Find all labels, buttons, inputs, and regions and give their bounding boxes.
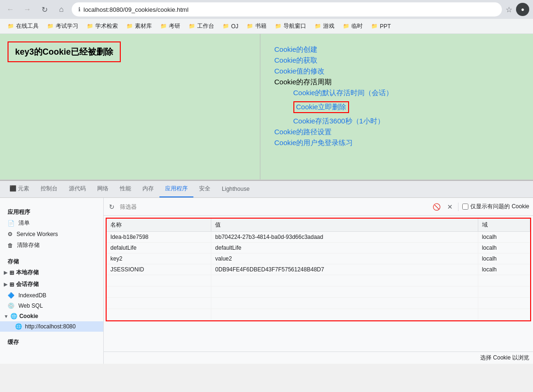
devtools-tab-[interactable]: 安全 xyxy=(193,181,216,197)
devtools-tab-[interactable]: 应用程序 xyxy=(159,181,193,197)
devtools-tab-[interactable]: 网络 xyxy=(92,181,114,197)
chevron-icon: ▼ xyxy=(4,314,8,319)
table-row-empty xyxy=(107,298,530,309)
local-storage-header[interactable]: ▶ ⊞ 本地存储 xyxy=(0,267,103,278)
sidebar-item-manifest[interactable]: 📄 清单 xyxy=(0,217,103,229)
bookmark-item[interactable]: 📁游戏 xyxy=(311,21,338,32)
bookmark-item[interactable]: 📁素材库 xyxy=(123,21,156,32)
manifest-icon: 📄 xyxy=(8,220,15,227)
column-header-value: 值 xyxy=(211,219,478,232)
nav-section-title: Cookie的存活周期 xyxy=(275,78,519,87)
cookie-value-cell: 0DB94FE4F6DBED43F7F57561248B48D7 xyxy=(211,264,478,275)
chevron-icon: ▶ xyxy=(4,270,8,275)
devtools-main-panel: ↻ 🚫 ✕ 仅显示有问题的 Cookie 名称 xyxy=(104,198,533,364)
session-storage-icon: ⊞ xyxy=(9,281,14,288)
cookie-domain-cell: localh xyxy=(478,232,530,243)
bookmark-folder-icon: 📁 xyxy=(189,23,195,29)
devtools-sidebar: 应用程序 📄 清单 ⚙ Service Workers 🗑 清除存储 存储 ▶ xyxy=(0,198,104,364)
forward-button[interactable]: → xyxy=(21,3,34,16)
bookmark-item[interactable]: 📁临时 xyxy=(339,21,366,32)
filter-input[interactable] xyxy=(120,204,427,210)
devtools-tab-Lighthouse[interactable]: Lighthouse xyxy=(216,182,255,197)
clear-storage-icon: 🗑 xyxy=(8,242,13,249)
status-bar: 选择 Cookie 以浏览 xyxy=(104,351,533,364)
nav-link[interactable]: Cookie存活3600秒（1小时） xyxy=(293,117,519,126)
bookmark-folder-icon: 📁 xyxy=(160,23,167,29)
bookmark-item[interactable]: 📁导航窗口 xyxy=(271,21,310,32)
bookmark-item[interactable]: 📁考试学习 xyxy=(43,21,82,32)
refresh-button[interactable]: ↻ xyxy=(38,3,51,16)
table-row[interactable]: JSESSIONID 0DB94FE4F6DBED43F7F57561248B4… xyxy=(107,264,530,275)
bookmark-folder-icon: 📁 xyxy=(343,23,350,29)
bookmark-folder-icon: 📁 xyxy=(126,23,133,29)
indexeddb-icon: 🔷 xyxy=(8,292,15,299)
devtools-panel: ⬛ 元素控制台源代码网络性能内存应用程序安全Lighthouse 应用程序 📄 … xyxy=(0,180,533,364)
bookmark-item[interactable]: 📁学术检索 xyxy=(83,21,122,32)
bookmark-folder-icon: 📁 xyxy=(371,23,378,29)
bookmark-folder-icon: 📁 xyxy=(315,23,321,29)
nav-link[interactable]: Cookie的路径设置 xyxy=(275,128,519,137)
show-issues-checkbox[interactable] xyxy=(462,204,468,210)
bookmark-folder-icon: 📁 xyxy=(87,23,93,29)
session-storage-header[interactable]: ▶ ⊞ 会话存储 xyxy=(0,278,103,290)
cookie-table-wrapper: 名称 值 域 Idea-b18e7598 bb704224-27b3-4814-… xyxy=(106,218,531,321)
cache-section: 缓存 xyxy=(0,335,103,347)
bookmark-item[interactable]: 📁在线工具 xyxy=(4,21,42,32)
sidebar-item-clear-storage[interactable]: 🗑 清除存储 xyxy=(0,239,103,251)
devtools-tab-[interactable]: 控制台 xyxy=(35,181,63,197)
bookmark-star-button[interactable]: ☆ xyxy=(506,5,512,14)
webpage-left-panel: key3的Cookie已经被删除 xyxy=(0,34,260,180)
refresh-cookies-button[interactable]: ↻ xyxy=(108,202,116,212)
cookie-domain-cell: localh xyxy=(478,253,530,264)
sidebar-item-service-workers[interactable]: ⚙ Service Workers xyxy=(0,229,103,239)
nav-link-highlighted[interactable]: Cookie立即删除 xyxy=(293,101,350,113)
cookie-name-cell: JSESSIONID xyxy=(107,264,211,275)
cookie-value-cell: value2 xyxy=(211,253,478,264)
bookmark-folder-icon: 📁 xyxy=(47,23,54,29)
block-cookies-button[interactable]: 🚫 xyxy=(431,202,442,212)
devtools-tab-[interactable]: 性能 xyxy=(114,181,137,197)
sidebar-item-websql[interactable]: 💿 Web SQL xyxy=(0,301,103,311)
bookmark-folder-icon: 📁 xyxy=(8,23,14,29)
devtools-tab-[interactable]: ⬛ 元素 xyxy=(4,181,35,197)
security-icon: ℹ xyxy=(78,6,81,13)
sidebar-item-indexeddb[interactable]: 🔷 IndexedDB xyxy=(0,290,103,301)
bookmark-folder-icon: 📁 xyxy=(247,23,253,29)
bookmark-item[interactable]: 📁考研 xyxy=(157,21,184,32)
table-row-empty xyxy=(107,275,530,286)
nav-link[interactable]: Cookie的默认存活时间（会话） xyxy=(293,89,519,98)
cookie-domain-cell: localh xyxy=(478,264,530,275)
devtools-tab-[interactable]: 源代码 xyxy=(63,181,92,197)
websql-icon: 💿 xyxy=(8,302,15,309)
cookie-section-header[interactable]: ▼ 🌐 Cookie xyxy=(0,311,103,321)
cookie-deleted-message: key3的Cookie已经被删除 xyxy=(8,41,121,62)
webpage-area: key3的Cookie已经被删除 Cookie的创建Cookie的获取Cooki… xyxy=(0,34,533,180)
app-section: 应用程序 📄 清单 ⚙ Service Workers 🗑 清除存储 xyxy=(0,205,103,251)
nav-link[interactable]: Cookie的创建 xyxy=(275,45,519,54)
profile-button[interactable]: ● xyxy=(516,3,529,16)
nav-link[interactable]: Cookie的获取 xyxy=(275,56,519,65)
devtools-tab-bar: ⬛ 元素控制台源代码网络性能内存应用程序安全Lighthouse xyxy=(0,181,533,198)
table-row[interactable]: defalutLife defaultLife localh xyxy=(107,243,530,253)
sidebar-item-localhost[interactable]: 🌐 http://localhost:8080 xyxy=(0,321,103,332)
cookie-value-cell: defaultLife xyxy=(211,243,478,253)
back-button[interactable]: ← xyxy=(4,3,17,16)
table-row[interactable]: Idea-b18e7598 bb704224-27b3-4814-ba0d-93… xyxy=(107,232,530,243)
devtools-tab-[interactable]: 内存 xyxy=(137,181,159,197)
devtools-body: 应用程序 📄 清单 ⚙ Service Workers 🗑 清除存储 存储 ▶ xyxy=(0,198,533,364)
cookie-domain-icon: 🌐 xyxy=(15,323,22,330)
address-bar[interactable]: ℹ localhost:8080/09_cookies/cookie.html xyxy=(72,2,502,16)
bookmark-item[interactable]: 📁OJ xyxy=(219,22,242,31)
nav-link[interactable]: Cookie的用户免登录练习 xyxy=(275,139,519,147)
home-button[interactable]: ⌂ xyxy=(55,3,68,16)
filter-divider xyxy=(458,203,458,211)
bookmark-item[interactable]: 📁工作台 xyxy=(185,21,218,32)
show-issues-checkbox-label[interactable]: 仅显示有问题的 Cookie xyxy=(462,203,529,211)
bookmark-folder-icon: 📁 xyxy=(275,23,282,29)
bookmark-item[interactable]: 📁书籍 xyxy=(243,21,270,32)
table-row[interactable]: key2 value2 localh xyxy=(107,253,530,264)
nav-link[interactable]: Cookie值的修改 xyxy=(275,67,519,76)
bookmark-item[interactable]: 📁PPT xyxy=(367,22,394,31)
clear-cookies-button[interactable]: ✕ xyxy=(446,202,454,212)
cookie-icon: 🌐 xyxy=(10,313,17,319)
